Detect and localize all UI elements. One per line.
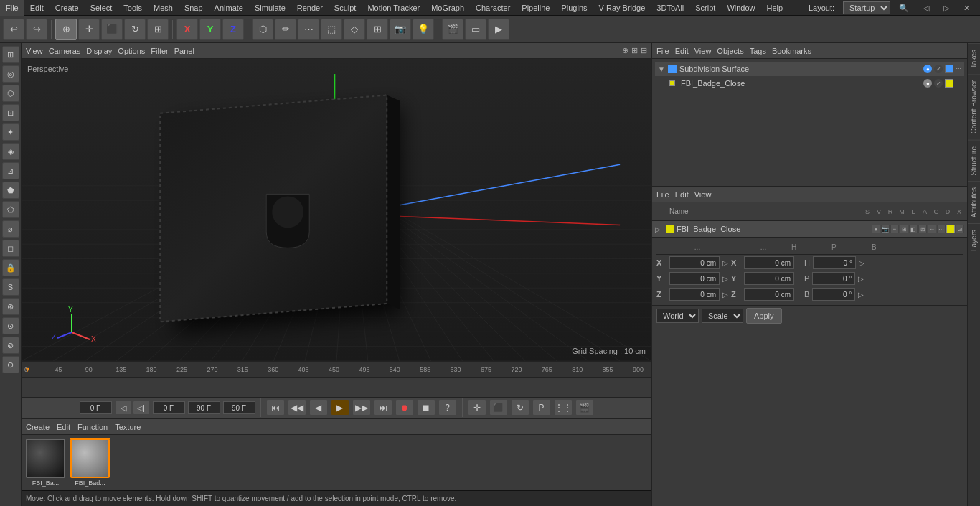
sidebar-btn-2[interactable]: ◎ (2, 65, 19, 83)
attrs-menu-view[interactable]: View (694, 190, 712, 199)
attr-ctrl-1[interactable]: ● (872, 225, 880, 233)
play-back-btn[interactable]: ◀ (309, 400, 328, 416)
obj-menu-view[interactable]: View (694, 47, 712, 55)
vp-icon-1[interactable]: ⊕ (622, 46, 628, 55)
menu-plugins[interactable]: Plugins (555, 0, 593, 16)
attrs-menu-edit[interactable]: Edit (675, 190, 689, 199)
vtab-takes[interactable]: Takes (968, 43, 980, 74)
vp-menu-filter[interactable]: Filter (151, 47, 168, 55)
obj-color-badge[interactable] (945, 79, 953, 88)
vp-menu-cameras[interactable]: Cameras (49, 47, 81, 55)
layout-select[interactable]: Startup (843, 1, 890, 14)
coord-z-size[interactable] (744, 288, 794, 301)
obj-ctrl-vis-badge[interactable]: ● (923, 79, 932, 88)
sidebar-btn-5[interactable]: ✦ (2, 123, 19, 141)
pen-tool[interactable]: ✏ (275, 19, 296, 40)
coord-b-input[interactable] (812, 288, 855, 301)
menu-file[interactable]: File (0, 0, 24, 16)
coord-p-input[interactable] (812, 272, 855, 285)
attrs-menu-file[interactable]: File (656, 190, 669, 199)
record-btn[interactable]: ⏺ (395, 400, 414, 416)
sidebar-btn-11[interactable]: ◻ (2, 240, 19, 257)
attr-ctrl-4[interactable]: ⊞ (900, 225, 908, 233)
menu-window[interactable]: Window (721, 0, 760, 16)
sidebar-btn-17[interactable]: ⊖ (2, 356, 19, 373)
pivot-tool-btn[interactable]: P (532, 400, 551, 416)
render-btn2[interactable]: 🎬 (575, 400, 594, 416)
vp-icon-2[interactable]: ⊞ (631, 46, 638, 55)
rotate-tool[interactable]: ↻ (124, 19, 146, 40)
paint-tool[interactable]: ◇ (344, 19, 365, 40)
step-forward-btn[interactable]: ▶▶ (352, 400, 371, 416)
coord-y-size[interactable] (744, 272, 794, 285)
select-tool[interactable]: ⊕ (55, 19, 77, 40)
menu-script[interactable]: Script (689, 0, 721, 16)
viewport-3d[interactable]: Perspective Grid Spacing : 10 cm (22, 59, 651, 361)
prev-frame-btn2[interactable]: ◁| (133, 400, 150, 415)
sidebar-btn-9[interactable]: ⬠ (2, 201, 19, 218)
coord-x-size[interactable] (744, 256, 794, 269)
sidebar-btn-4[interactable]: ⊡ (2, 104, 19, 121)
attr-data-row[interactable]: ▷ FBI_Badge_Close ● 📷 ≡ ⊞ ◧ ⊠ ↔ ⋯ ⊿ (652, 221, 967, 237)
menu-render[interactable]: Render (291, 0, 329, 16)
coord-x-pos[interactable] (669, 256, 720, 269)
render-active[interactable]: ▶ (488, 19, 509, 40)
search-icon[interactable]: 🔍 (893, 0, 915, 16)
render-region[interactable]: ▭ (465, 19, 486, 40)
grid-tool[interactable]: ⊞ (367, 19, 388, 40)
camera-tool[interactable]: 📷 (390, 19, 411, 40)
render-view[interactable]: 🎬 (442, 19, 463, 40)
current-frame-input[interactable] (80, 401, 112, 414)
sidebar-btn-12[interactable]: 🔒 (2, 259, 19, 276)
coord-y-pos[interactable] (669, 272, 720, 285)
attr-ctrl-8[interactable]: ⋯ (937, 225, 946, 233)
mat-menu-texture[interactable]: Texture (115, 423, 141, 431)
sidebar-btn-3[interactable]: ⬡ (2, 85, 19, 102)
rotate-tool-btn2[interactable]: ↻ (511, 400, 529, 416)
go-start-btn[interactable]: ⏮ (266, 400, 285, 416)
material-item-2[interactable]: FBI_Bad... (70, 438, 110, 487)
menu-3dtoall[interactable]: 3DToAll (651, 0, 689, 16)
sidebar-btn-10[interactable]: ⌀ (2, 220, 19, 238)
sidebar-btn-1[interactable]: ⊞ (2, 46, 19, 63)
spline-tool[interactable]: ⋯ (298, 19, 319, 40)
attr-ctrl-5[interactable]: ◧ (909, 225, 918, 233)
sidebar-btn-13[interactable]: S (2, 278, 19, 296)
vp-menu-options[interactable]: Options (118, 47, 145, 55)
axis-y[interactable]: Y (199, 19, 221, 40)
obj-menu-file[interactable]: File (656, 47, 669, 55)
prev-frame-btn[interactable]: ◁ (115, 400, 132, 415)
obj-row-badge[interactable]: FBI_Badge_Close ● ✓ ··· (655, 76, 964, 90)
obj-row-subdivision[interactable]: ▼ Subdivision Surface ● ✓ ··· (655, 62, 964, 76)
coord-h-input[interactable] (813, 256, 856, 269)
play-forward-btn[interactable]: ▶ (331, 400, 349, 416)
dots-tool-btn[interactable]: ⋮⋮ (554, 400, 573, 416)
sidebar-btn-15[interactable]: ⊙ (2, 317, 19, 334)
menu-character[interactable]: Character (470, 0, 516, 16)
obj-menu-tags[interactable]: Tags (750, 47, 766, 55)
menu-mesh[interactable]: Mesh (148, 0, 179, 16)
viewport-canvas[interactable] (22, 59, 651, 361)
menu-tools[interactable]: Tools (118, 0, 148, 16)
obj-ctrl-lock-badge[interactable]: ✓ (934, 79, 943, 88)
vtab-layers[interactable]: Layers (968, 223, 980, 257)
material-item-1[interactable]: FBI_Ba... (26, 439, 65, 487)
vp-menu-panel[interactable]: Panel (174, 47, 194, 55)
vtab-attributes[interactable]: Attributes (968, 181, 980, 223)
mat-menu-create[interactable]: Create (26, 423, 50, 431)
sidebar-btn-14[interactable]: ⊛ (2, 298, 19, 315)
go-end-btn[interactable]: ⏭ (374, 400, 392, 416)
menu-vray[interactable]: V-Ray Bridge (593, 0, 651, 16)
scale-tool[interactable]: ⬛ (101, 19, 123, 40)
sidebar-btn-6[interactable]: ◈ (2, 143, 19, 160)
material-ball-1[interactable] (26, 439, 65, 478)
redo-button[interactable]: ↪ (26, 19, 47, 40)
help-btn[interactable]: ? (438, 400, 457, 416)
transform-tool[interactable]: ⊞ (147, 19, 169, 40)
nav-back-icon[interactable]: ◁ (918, 0, 935, 16)
menu-select[interactable]: Select (85, 0, 118, 16)
undo-button[interactable]: ↩ (3, 19, 24, 40)
obj-ctrl-vis-subdivision[interactable]: ● (923, 65, 932, 73)
menu-simulate[interactable]: Simulate (249, 0, 291, 16)
scale-dropdown[interactable]: Scale (702, 309, 743, 323)
